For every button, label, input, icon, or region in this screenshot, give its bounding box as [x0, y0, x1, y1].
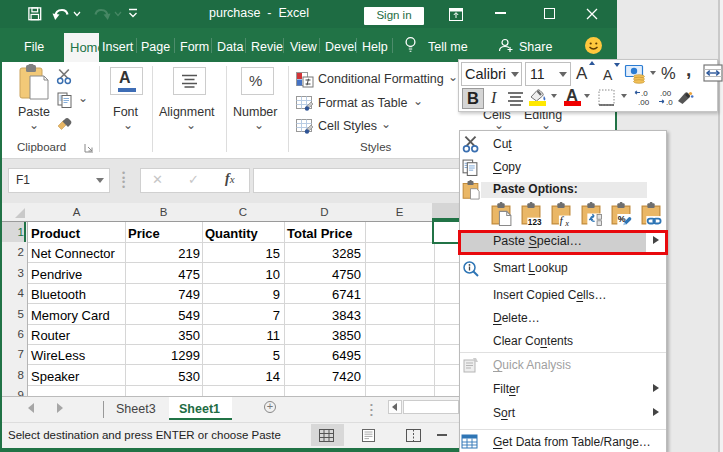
- svg-text:123: 123: [528, 218, 542, 226]
- svg-text:.00: .00: [638, 98, 650, 106]
- svg-text:x: x: [564, 219, 569, 226]
- svg-text:.00: .00: [660, 89, 672, 98]
- svg-text:.0: .0: [641, 89, 648, 98]
- svg-text:.0: .0: [666, 98, 673, 106]
